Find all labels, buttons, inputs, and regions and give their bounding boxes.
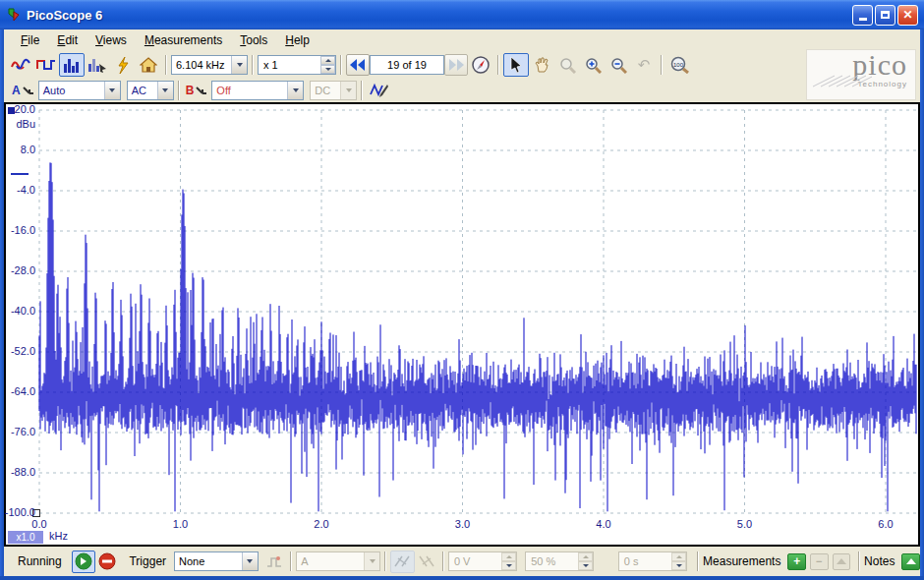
menu-edit[interactable]: Edit — [48, 31, 87, 49]
double-left-arrow-icon — [350, 59, 366, 71]
double-right-arrow-icon — [448, 59, 464, 71]
start-capture-button[interactable] — [72, 551, 95, 573]
svg-text:100: 100 — [672, 62, 683, 68]
next-buffer-button[interactable] — [444, 54, 468, 76]
menu-tools[interactable]: Tools — [231, 31, 276, 49]
zoom-to-full-button[interactable]: 100 — [666, 53, 692, 77]
persistence-view-button[interactable] — [33, 53, 59, 77]
logo-hatch-lines — [813, 74, 872, 87]
window-title: PicoScope 6 — [27, 8, 102, 23]
undo-zoom-button[interactable]: ↶ — [631, 53, 657, 77]
zoom-out-icon — [610, 57, 627, 74]
minimize-button[interactable] — [852, 5, 873, 26]
zoom-factor-spinner[interactable]: x 1 — [258, 55, 336, 75]
advanced-trigger-button[interactable] — [262, 551, 286, 573]
pulse-trigger-icon — [266, 555, 282, 568]
notes-label: Notes — [864, 554, 895, 568]
dropdown-arrow-icon[interactable] — [287, 82, 303, 99]
toolbar-separator — [697, 551, 699, 571]
dropdown-arrow-icon[interactable] — [231, 56, 247, 74]
pointer-arrow-icon — [510, 57, 523, 73]
zoom-out-button[interactable] — [606, 53, 631, 77]
buffer-position-value: 19 of 19 — [387, 59, 427, 71]
stop-icon — [98, 552, 116, 570]
channels-toolbar: A Auto AC B Off DC — [4, 79, 920, 102]
falling-edge-button — [415, 551, 438, 573]
scope-view-button[interactable] — [8, 53, 33, 77]
dropdown-arrow-icon — [340, 82, 356, 99]
hand-icon — [535, 57, 549, 73]
channel-a-coupling-select[interactable]: AC — [127, 81, 174, 100]
spectrum-bars-icon — [63, 58, 81, 73]
trigger-timing-icon — [599, 555, 614, 568]
trigger-source-select: A — [296, 551, 380, 571]
channel-b-range-select[interactable]: Off — [211, 81, 304, 100]
spectrum-range-select[interactable]: 6.104 kHz — [171, 55, 248, 75]
zoom-factor-value: x 1 — [263, 59, 278, 71]
edit-measurement-button — [833, 553, 851, 570]
trigger-mode-select[interactable]: None — [174, 551, 259, 571]
trigger-source-value: A — [301, 555, 308, 567]
magnifier-icon — [559, 57, 576, 74]
pretrigger-value: 50 % — [531, 555, 555, 567]
toolbar-separator — [340, 55, 342, 75]
open-notes-button[interactable] — [901, 553, 920, 570]
menu-help[interactable]: Help — [276, 31, 318, 49]
toolbar-separator — [661, 55, 663, 75]
toolbar-separator — [165, 55, 167, 75]
measurements-label: Measurements — [703, 554, 780, 568]
rising-edge-button — [390, 551, 414, 573]
close-button[interactable]: ✕ — [897, 5, 918, 26]
channel-a-label: A — [12, 84, 21, 97]
plus-icon: + — [793, 555, 800, 567]
buffer-position-box[interactable]: 19 of 19 — [370, 55, 444, 75]
signal-generator-button[interactable] — [367, 79, 392, 102]
undo-arrow-icon: ↶ — [638, 56, 651, 74]
channel-b-coupling-value: DC — [315, 85, 330, 96]
dropdown-arrow-icon[interactable] — [104, 82, 120, 99]
stop-capture-button[interactable] — [95, 551, 119, 573]
spinner-arrows-icon — [501, 552, 516, 570]
dropdown-arrow-icon[interactable] — [157, 82, 173, 99]
spectrum-range-value: 6.104 kHz — [176, 59, 225, 71]
spinner-arrows-icon[interactable] — [320, 56, 335, 74]
trigger-mode-value: None — [179, 555, 204, 567]
menu-measurements[interactable]: Measurements — [136, 31, 231, 49]
add-measurement-button[interactable]: + — [787, 553, 806, 570]
capture-toolbar: 6.104 kHz x 1 19 of 19 — [4, 51, 920, 79]
spectrum-plot[interactable] — [6, 104, 918, 545]
dropdown-arrow-icon[interactable] — [242, 552, 258, 570]
trigger-level-value: 0 V — [454, 555, 471, 567]
up-triangle-icon — [906, 558, 916, 564]
channel-a-range-select[interactable]: Auto — [38, 81, 121, 100]
sine-wave-icon — [11, 58, 30, 72]
marquee-zoom-button[interactable] — [554, 53, 580, 77]
hand-tool-button[interactable] — [529, 53, 554, 77]
menu-views[interactable]: Views — [87, 31, 136, 49]
home-button[interactable] — [136, 53, 161, 77]
picoscope-window: PicoScope 6 ✕ File Edit Views Measuremen… — [0, 0, 924, 580]
toolbar-separator — [497, 55, 499, 75]
zoom-in-icon — [585, 57, 602, 74]
channel-b-coupling-select: DC — [310, 81, 357, 100]
pretrigger-spinner: 50 % — [525, 551, 594, 571]
go-icon — [75, 552, 92, 570]
previous-buffer-button[interactable] — [346, 54, 370, 76]
maximize-button[interactable] — [875, 5, 895, 26]
compass-icon — [472, 56, 490, 74]
buffer-navigator-button[interactable] — [468, 53, 493, 77]
window-border-bottom — [0, 576, 924, 580]
menu-bar: File Edit Views Measurements Tools Help — [4, 29, 920, 51]
up-triangle-icon — [837, 558, 846, 564]
spectrum-view-button[interactable] — [59, 53, 85, 77]
trigger-delay-value: 0 s — [624, 555, 639, 567]
zoom-in-button[interactable] — [580, 53, 606, 77]
channel-b-range-value: Off — [216, 85, 230, 96]
spectrum-persistence-button[interactable] — [85, 53, 110, 77]
auto-setup-button[interactable] — [110, 53, 136, 77]
menu-file[interactable]: File — [12, 31, 48, 49]
toolbar-separator — [252, 55, 254, 75]
running-label: Running — [18, 554, 62, 568]
normal-selection-tool-button[interactable] — [503, 53, 529, 77]
probe-b-icon — [196, 85, 207, 96]
